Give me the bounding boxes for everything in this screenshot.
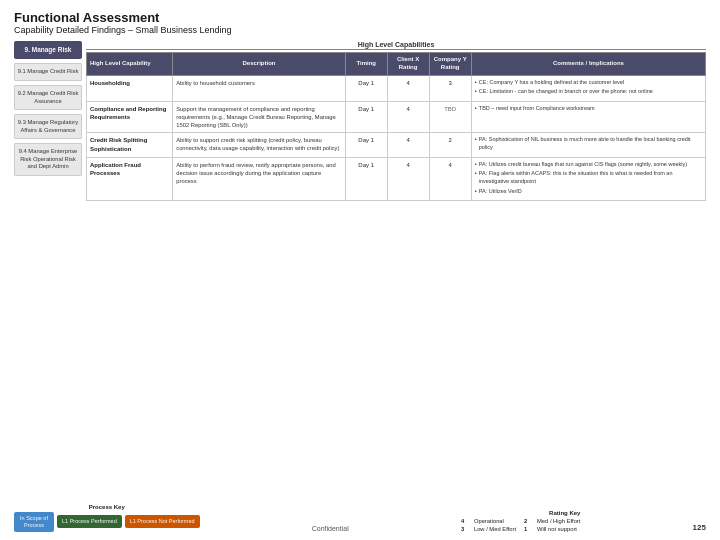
rating-item-1: 1 Will not support xyxy=(524,526,580,532)
rating-key-title: Rating Key xyxy=(549,510,580,516)
td-clientx-rating: 4 xyxy=(387,101,429,132)
comment-bullet: PA: Flag alerts within ACAPS: this is th… xyxy=(475,170,702,185)
td-capability: Compliance and Reporting Requirements xyxy=(87,101,173,132)
td-capability: Application Fraud Processes xyxy=(87,157,173,201)
td-clientx-rating: 4 xyxy=(387,157,429,201)
comment-bullet: PA: Utilizes VerID xyxy=(475,188,702,196)
sidebar-item-9-2: 9.2 Manage Credit Risk Assurance xyxy=(14,85,82,110)
td-comments: CE: Company Y has a holding defined at t… xyxy=(471,75,705,101)
comment-bullet: TBD – need input from Compliance workstr… xyxy=(475,105,702,113)
process-key: Process Key In Scope of Process L1 Proce… xyxy=(14,504,200,532)
in-scope-box: In Scope of Process xyxy=(14,512,54,532)
rating-item-3: 3 Low / Med Effort xyxy=(461,526,516,532)
page-subtitle: Capability Detailed Findings – Small Bus… xyxy=(14,25,706,35)
td-companyy-rating: 2 xyxy=(429,133,471,157)
rating-col-left: 4 Operational 3 Low / Med Effort xyxy=(461,518,516,532)
td-comments: TBD – need input from Compliance workstr… xyxy=(471,101,705,132)
td-timing: Day 1 xyxy=(345,101,387,132)
td-comments: PA: Sophistication of NIL business is mu… xyxy=(471,133,705,157)
td-capability: Credit Risk Splitting Sophistication xyxy=(87,133,173,157)
page: Functional Assessment Capability Detaile… xyxy=(0,0,720,540)
td-companyy-rating: 4 xyxy=(429,157,471,201)
confidential-label: Confidential xyxy=(312,525,349,532)
capability-table: High Level Capability Description Timing… xyxy=(86,52,706,201)
header: Functional Assessment Capability Detaile… xyxy=(14,10,706,35)
col-header-clientx: Client X Rating xyxy=(387,53,429,76)
process-key-title: Process Key xyxy=(14,504,200,510)
footer: Process Key In Scope of Process L1 Proce… xyxy=(14,504,706,532)
table-row: Application Fraud ProcessesAbility to pe… xyxy=(87,157,706,201)
td-timing: Day 1 xyxy=(345,157,387,201)
table-row: Credit Risk Splitting SophisticationAbil… xyxy=(87,133,706,157)
td-timing: Day 1 xyxy=(345,75,387,101)
table-area: High Level Capabilities High Level Capab… xyxy=(86,41,706,500)
page-number: 125 xyxy=(693,523,706,532)
col-header-companyy: Company Y Rating xyxy=(429,53,471,76)
hl-capabilities-label: High Level Capabilities xyxy=(86,41,706,50)
sidebar-item-9-3: 9.3 Manage Regulatory Affairs & Governan… xyxy=(14,114,82,139)
col-header-comments: Comments / Implications xyxy=(471,53,705,76)
col-header-description: Description xyxy=(173,53,346,76)
td-clientx-rating: 4 xyxy=(387,133,429,157)
rating-item-4: 4 Operational xyxy=(461,518,516,524)
sidebar: 9. Manage Risk 9.1 Manage Credit Risk 9.… xyxy=(14,41,82,500)
l1-not-performed-box: L1 Process Not Performed xyxy=(125,515,200,528)
td-clientx-rating: 4 xyxy=(387,75,429,101)
l1-performed-box: L1 Process Performed xyxy=(57,515,122,528)
td-comments: PA: Utilizes credit bureau flags that ru… xyxy=(471,157,705,201)
td-capability: Householding xyxy=(87,75,173,101)
comment-bullet: PA: Sophistication of NIL business is mu… xyxy=(475,136,702,151)
sidebar-item-9-4: 9.4 Manage Enterprise Risk Operational R… xyxy=(14,143,82,176)
col-header-timing: Timing xyxy=(345,53,387,76)
col-header-capability: High Level Capability xyxy=(87,53,173,76)
main-content: 9. Manage Risk 9.1 Manage Credit Risk 9.… xyxy=(14,41,706,500)
comment-bullet: PA: Utilizes credit bureau flags that ru… xyxy=(475,161,702,169)
td-description: Support the management of compliance and… xyxy=(173,101,346,132)
td-timing: Day 1 xyxy=(345,133,387,157)
rating-key: 4 Operational 3 Low / Med Effort 2 Med /… xyxy=(461,518,581,532)
table-row: HouseholdingAbility to household custome… xyxy=(87,75,706,101)
page-title: Functional Assessment xyxy=(14,10,706,25)
process-key-items: In Scope of Process L1 Process Performed… xyxy=(14,512,200,532)
table-row: Compliance and Reporting RequirementsSup… xyxy=(87,101,706,132)
rating-item-2: 2 Med / High Effort xyxy=(524,518,580,524)
td-description: Ability to household customers xyxy=(173,75,346,101)
td-companyy-rating: 3 xyxy=(429,75,471,101)
td-companyy-rating: TBD xyxy=(429,101,471,132)
rating-col-right: 2 Med / High Effort 1 Will not support xyxy=(524,518,580,532)
sidebar-item-9-1: 9.1 Manage Credit Risk xyxy=(14,63,82,81)
comment-bullet: CE: Company Y has a holding defined at t… xyxy=(475,79,702,87)
sidebar-top-item: 9. Manage Risk xyxy=(14,41,82,59)
comment-bullet: CE: Limitation - can be changed in branc… xyxy=(475,88,702,96)
td-description: Ability to perform fraud review, notify … xyxy=(173,157,346,201)
td-description: Ability to support credit risk splitting… xyxy=(173,133,346,157)
